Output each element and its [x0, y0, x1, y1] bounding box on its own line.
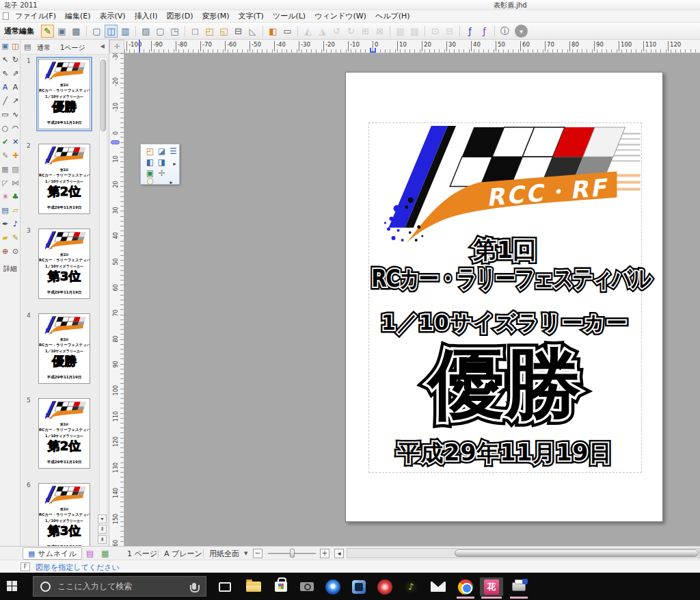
tool-highlighter[interactable]: ▰: [0, 231, 10, 245]
tool-folder-open[interactable]: ▱: [10, 204, 21, 218]
zoom-out-button[interactable]: −: [253, 549, 262, 558]
info-button[interactable]: ⓘ: [498, 25, 511, 38]
tool-grid[interactable]: ▦: [0, 163, 10, 177]
tool-text-frame[interactable]: A: [10, 81, 21, 94]
cert-line2[interactable]: RCカー・ラリーフェスティバル RCカー・ラリーフェスティバル RCカー・ラリー…: [371, 265, 638, 304]
zoom-mode-select[interactable]: 用紙全面: [209, 549, 239, 559]
tool-zoom[interactable]: ⊙: [10, 245, 21, 259]
page-blank-button[interactable]: ▢: [154, 25, 167, 38]
printer-button[interactable]: [509, 577, 529, 596]
snap-off-button[interactable]: ⊟: [443, 25, 456, 38]
menu-help[interactable]: ヘルプ(H): [375, 11, 410, 21]
collapse-panel-button[interactable]: ◀: [100, 43, 105, 49]
plane-indicator[interactable]: A ブレーン: [164, 549, 202, 559]
start-button[interactable]: [7, 581, 17, 591]
tool-panel-toggle[interactable]: ▣: [0, 40, 10, 53]
thumb-pager-button-2[interactable]: ⇟: [98, 535, 107, 544]
music-app-button[interactable]: ♪: [401, 577, 421, 596]
thumbnail-page[interactable]: 第1回RCカー・ラリーフェスティバル1／10サイズラリーカー平成29年11月19…: [38, 483, 90, 546]
page-thumbnail-6[interactable]: 6第1回RCカー・ラリーフェスティバル1／10サイズラリーカー平成29年11月1…: [21, 482, 109, 546]
menu-window[interactable]: ウィンドウ(W): [314, 11, 366, 21]
microphone-icon[interactable]: [192, 583, 196, 590]
view-single-button[interactable]: ▢: [90, 25, 103, 38]
cert-line3[interactable]: 1／10サイズラリーカー 1／10サイズラリーカー 1／10サイズラリーカー: [346, 311, 664, 343]
view-mode-label[interactable]: 通常: [37, 43, 51, 53]
tool-add-shape[interactable]: ✚: [10, 149, 21, 163]
thumbnail-page[interactable]: 第1回RCカー・ラリーフェスティバル1／10サイズラリーカー平成29年11月19…: [38, 144, 90, 214]
zoom-in-button[interactable]: +: [320, 549, 329, 558]
palette-copy-window-button[interactable]: ◰: [145, 146, 155, 157]
palette-layout-button[interactable]: ◧: [145, 157, 155, 168]
panel-menu-icon[interactable]: ▤: [24, 42, 31, 51]
tool-decorate[interactable]: ✳: [0, 190, 10, 204]
print-button[interactable]: ⊟: [232, 25, 245, 38]
cert-line1[interactable]: 第1回 第1回 第1回: [346, 237, 664, 268]
scroll-left-button[interactable]: ◂: [334, 549, 344, 558]
store-button[interactable]: [271, 577, 291, 596]
thumbnail-page[interactable]: 第1回RCカー・ラリーフェスティバル1／10サイズラリーカー平成29年11月19…: [38, 229, 90, 299]
menu-transform[interactable]: 変形(M): [202, 11, 230, 21]
thumbnail-tab[interactable]: ▦ サムネイル: [23, 547, 82, 560]
view-split-button[interactable]: ◫: [105, 25, 118, 38]
snap-on-button[interactable]: ⊡: [429, 25, 442, 38]
tool-arc[interactable]: ◠: [10, 122, 21, 135]
toolbar-options-button[interactable]: ▾: [515, 25, 528, 38]
thumbnail-scrollbar[interactable]: [99, 57, 107, 527]
horizontal-scrollbar[interactable]: [347, 548, 700, 558]
tool-hatch[interactable]: ▨: [10, 163, 21, 177]
tool-pen[interactable]: ✒: [0, 218, 10, 231]
thumbnail-page[interactable]: 第1回RCカー・ラリーフェスティバル1／10サイズラリーカー平成29年11月19…: [38, 59, 90, 129]
chrome-button[interactable]: [455, 577, 476, 596]
hanako-app-button[interactable]: 花: [480, 577, 503, 596]
flip-horizontal-button[interactable]: ◭: [301, 25, 314, 38]
cert-date[interactable]: 平成29年11月19日 平成29年11月19日 平成29年11月19日: [346, 440, 664, 473]
palette-expand-1-button[interactable]: ▸: [172, 159, 178, 169]
menu-shape[interactable]: 図形(D): [166, 11, 193, 21]
copy-style-button[interactable]: ◧: [267, 25, 280, 38]
palette-expand-2-button[interactable]: ▸: [168, 177, 174, 187]
tool-ellipse[interactable]: ○: [0, 122, 10, 135]
menu-tools[interactable]: ツール(L): [273, 11, 306, 21]
detail-button[interactable]: 詳細: [0, 264, 21, 274]
page-template-button[interactable]: ▨: [139, 25, 152, 38]
thumbnail-page[interactable]: 第1回RCカー・ラリーフェスティバル1／10サイズラリーカー平成29年11月19…: [38, 313, 90, 384]
tool-marker[interactable]: ✎: [10, 231, 21, 245]
menu-text[interactable]: 文字(T): [239, 11, 264, 21]
ruler-origin-button[interactable]: ✛: [109, 40, 124, 53]
page-thumbnail-5[interactable]: 5第1回RCカー・ラリーフェスティバル1／10サイズラリーカー平成29年11月1…: [21, 397, 109, 480]
menu-edit[interactable]: 編集(E): [65, 11, 91, 21]
canvas[interactable]: RCC・RF 第1回 第1回 第1回 RCカー・ラリーフェスティバ: [124, 53, 700, 546]
tool-trim[interactable]: ◸: [0, 177, 10, 190]
flip-vertical-button[interactable]: ◮: [316, 25, 329, 38]
view-pane-button[interactable]: ▥: [119, 25, 132, 38]
palette-add-list-button[interactable]: ☰: [168, 146, 178, 157]
horizontal-scrollbar-thumb[interactable]: [455, 549, 699, 557]
tool-select[interactable]: ↖: [0, 53, 10, 67]
media-app-button[interactable]: [323, 577, 343, 596]
menu-view[interactable]: 表示(V): [100, 11, 126, 21]
tool-line[interactable]: ╱: [0, 94, 10, 108]
function-draw-button[interactable]: ƒ: [463, 25, 476, 38]
frame-select-button[interactable]: ▧: [394, 25, 407, 38]
palette-tools-button[interactable]: ✢: [157, 168, 167, 179]
mail-app-button[interactable]: [428, 577, 448, 596]
tool-arrow[interactable]: ↗: [10, 94, 21, 108]
palette-hint-button[interactable]: ○: [145, 176, 155, 186]
tool-select-add[interactable]: ⇖: [0, 67, 10, 81]
tool-text[interactable]: A: [0, 81, 10, 94]
mesh-panel-button[interactable]: ▩: [70, 25, 83, 38]
taskbar-search-box[interactable]: ここに入力して検索: [33, 576, 206, 597]
page-thumbnail-2[interactable]: 2第1回RCカー・ラリーフェスティバル1／10サイズラリーカー平成29年11月1…: [21, 142, 109, 226]
zoom-mode-caret[interactable]: ▼: [244, 551, 247, 556]
rotate-right-button[interactable]: ↻: [345, 25, 358, 38]
tool-freehand[interactable]: ✎: [0, 149, 10, 163]
page-corner-button[interactable]: ◳: [168, 25, 181, 38]
group-button[interactable]: ⊞: [359, 25, 372, 38]
frame-clear-button[interactable]: ▨: [408, 25, 421, 38]
tool-image[interactable]: ▤: [0, 204, 10, 218]
tool-node-edit[interactable]: ✕: [10, 135, 21, 149]
palette-insert-window-button[interactable]: ◨: [157, 157, 167, 168]
video-app-button[interactable]: [349, 577, 369, 596]
grid-panel-button[interactable]: ▦: [101, 549, 109, 558]
page-thumbnail-4[interactable]: 4第1回RCカー・ラリーフェスティバル1／10サイズラリーカー平成29年11月1…: [21, 312, 109, 395]
